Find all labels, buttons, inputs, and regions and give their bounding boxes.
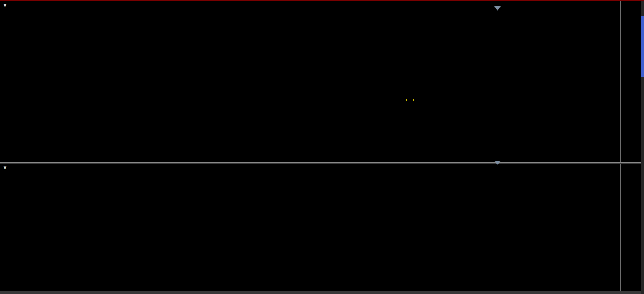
panel-divider[interactable] — [0, 162, 644, 164]
scrollbar[interactable] — [641, 1, 644, 294]
mt4-chart-window: ▼ ▼ — [0, 0, 644, 294]
scrollbar-thumb[interactable] — [641, 16, 644, 77]
h4-price-axis[interactable] — [620, 1, 644, 162]
chart-collapse-icon[interactable]: ▼ — [3, 3, 8, 8]
window-bottom-edge — [0, 291, 644, 294]
h4-time-axis-row2[interactable] — [0, 152, 644, 161]
h4-panel: ▼ — [0, 1, 644, 162]
h4-time-axis-row1[interactable] — [0, 142, 644, 150]
daily-chart-canvas[interactable] — [0, 164, 620, 282]
daily-shift-marker-icon[interactable] — [494, 161, 501, 165]
h4-chart-header: ▼ — [3, 3, 15, 8]
h4-shift-marker-icon[interactable] — [494, 6, 501, 11]
h4-chart-canvas[interactable] — [0, 1, 620, 141]
daily-panel: ▼ — [0, 164, 644, 294]
daily-chart-header: ▼ — [3, 166, 15, 171]
daily-price-axis[interactable] — [620, 164, 644, 282]
annotation-line2[interactable] — [406, 99, 414, 101]
daily-time-axis[interactable] — [0, 283, 644, 291]
chart-collapse-icon[interactable]: ▼ — [3, 166, 8, 171]
